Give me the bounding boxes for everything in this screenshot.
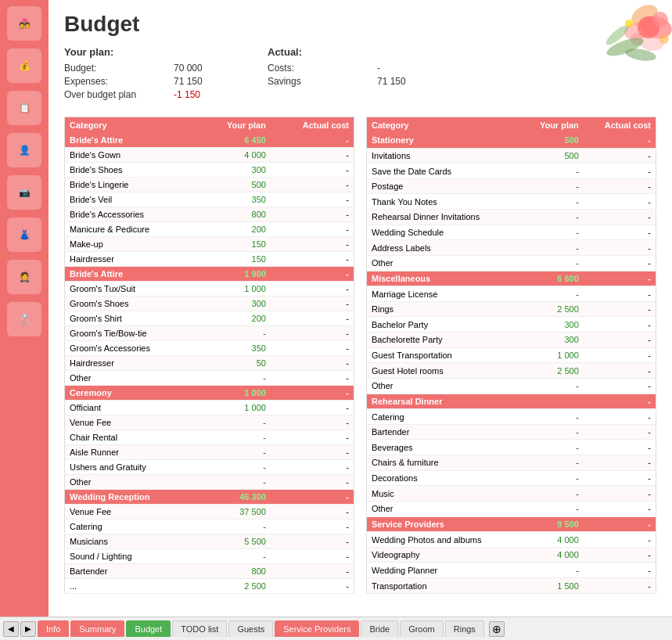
right-col1-header: Category [367,117,521,134]
item-actual: - [271,237,354,252]
tab-budget[interactable]: Budget [126,620,171,637]
item-name: Marriage License [367,286,521,302]
tab-service-providers[interactable]: Service Providers [275,620,359,637]
item-actual: - [271,579,354,594]
category-value: 1 000 [199,386,271,401]
category-name: Bride's Attire [65,267,199,282]
costs-value: - [377,63,424,74]
category-actual: - [584,394,656,409]
item-name: Other [367,255,521,271]
item-actual: - [584,225,656,240]
expenses-row: Expenses: 71 150 [64,76,221,87]
table-row: Marriage License - - [367,286,656,302]
table-row: Bride's Gown 4 000 - [65,148,354,163]
item-name: Hairdresser [65,252,199,267]
item-actual: - [584,347,656,363]
category-actual: - [584,516,656,532]
item-value: 150 [199,252,271,267]
ring-icon[interactable]: 💍 [7,302,41,336]
tab-groom[interactable]: Groom [400,620,444,637]
category-value: 9 500 [521,516,584,532]
item-name: Chairs & furniture [367,455,521,471]
table-row: Catering - - [65,520,354,534]
item-actual: - [584,455,656,471]
svg-point-11 [659,34,669,44]
table-row: Transportation 1 500 - [367,578,656,594]
item-actual: - [584,363,656,379]
table-row: Sound / Lighting - - [65,549,354,564]
tab-prev2-button[interactable]: ▶ [20,621,36,637]
item-name: Music [367,486,521,502]
tables-container: Category Your plan Actual cost Bride's A… [64,117,656,594]
item-actual: - [584,424,656,440]
item-name: Groom's Shoes [65,297,199,311]
item-value: 4 000 [199,148,271,163]
tab-guests[interactable]: Guests [228,620,273,637]
item-actual: - [584,240,656,256]
tab-bride[interactable]: Bride [361,620,398,637]
over-row: Over budget plan -1 150 [64,89,221,100]
item-actual: - [271,207,354,222]
item-actual: - [271,311,354,326]
page-title: Budget [64,12,656,37]
table-row: Chairs & furniture - - [367,455,656,471]
item-value: - [521,240,584,256]
tab-todo-list[interactable]: TODO list [172,620,227,637]
money-icon[interactable]: 💰 [7,49,41,83]
table-row: Wedding Schedule - - [367,225,656,240]
item-value: - [521,225,584,240]
item-actual: - [584,578,656,594]
item-actual: - [584,255,656,271]
item-actual: - [584,301,656,317]
item-value: 50 [199,356,271,371]
plan-section: Your plan: Budget: 70 000 Expenses: 71 1… [64,46,221,102]
table-row: Address Labels - - [367,240,656,256]
item-value: 1 000 [199,282,271,297]
table-category-header: Wedding Reception 46 300 - [65,490,354,505]
item-value: - [199,430,271,445]
table-category-header: Bride's Attire 1 900 - [65,267,354,282]
item-actual: - [271,549,354,564]
item-name: Decorations [367,470,521,486]
tab-prev-button[interactable]: ◀ [3,621,19,637]
table-row: Bride's Accessories 800 - [65,207,354,222]
item-actual: - [271,445,354,460]
category-actual: - [271,133,354,148]
item-actual: - [584,178,656,194]
item-actual: - [584,317,656,333]
item-value: 800 [199,207,271,222]
table-row: Beverages - - [367,440,656,455]
item-actual: - [271,282,354,297]
item-value: 1 500 [521,578,584,594]
checklist-icon[interactable]: 📋 [7,91,41,125]
table-category-header: Ceremony 1 000 - [65,386,354,401]
main-content: Budget Your plan: Budget: 70 000 Expense… [49,0,672,617]
actual-heading: Actual: [268,46,424,58]
right-budget-table: Category Your plan Actual cost Stationer… [366,117,656,594]
table-row: Bartender 800 - [65,564,354,579]
dress-icon[interactable]: 👗 [7,218,41,252]
table-row: Groom's Tux/Suit 1 000 - [65,282,354,297]
category-actual: - [584,271,656,286]
couple-icon[interactable]: 💑 [7,6,41,41]
tab-add-button[interactable]: ⊕ [489,621,505,637]
table-row: Hairdresser 150 - [65,252,354,267]
table-row: Guest Transportation 1 000 - [367,347,656,363]
suit-icon[interactable]: 🤵 [7,260,41,294]
table-row: Aisle Runner - - [65,445,354,460]
item-actual: - [271,430,354,445]
camera-icon[interactable]: 📷 [7,175,41,210]
table-row: Wedding Photos and albums 4 000 - [367,532,656,548]
item-name: Wedding Photos and albums [367,532,521,548]
person-icon[interactable]: 👤 [7,133,41,167]
actual-section: Actual: Costs: - Savings 71 150 [268,46,424,102]
table-row: Bride's Veil 350 - [65,192,354,207]
item-name: Beverages [367,440,521,455]
tab-info[interactable]: Info [38,620,69,637]
table-row: Bachelor Party 300 - [367,317,656,333]
category-name: Stationery [367,133,521,148]
tab-rings[interactable]: Rings [445,620,484,637]
tab-summary[interactable]: Summary [70,620,124,637]
item-value: 350 [199,192,271,207]
item-value: - [199,520,271,534]
